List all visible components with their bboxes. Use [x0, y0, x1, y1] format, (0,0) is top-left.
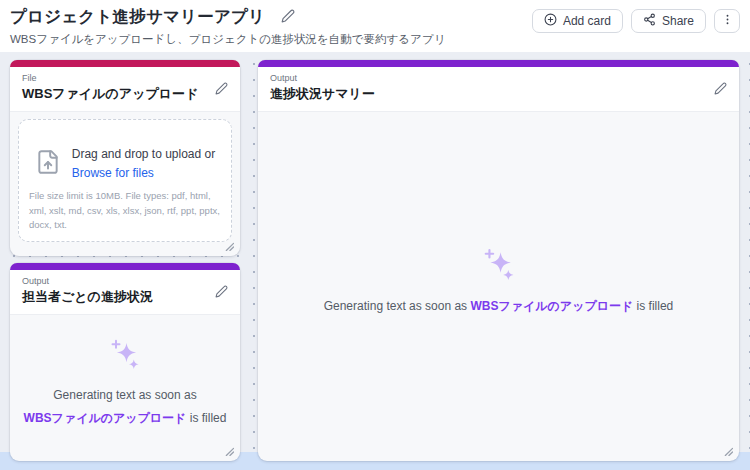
generating-text-line2: WBSファイルのアップロード is filled: [24, 409, 227, 428]
file-restrictions-text: File size limit is 10MB. File types: pdf…: [29, 189, 221, 232]
generating-text: Generating text as soon as WBSファイルのアップロー…: [324, 297, 674, 316]
pending-output-placeholder: Generating text as soon as WBSファイルのアップロー…: [10, 315, 240, 461]
card-accent-bar: [258, 60, 739, 67]
card-title: 担当者ごとの進捗状況: [22, 288, 228, 306]
generating-text-line1: Generating text as soon as: [53, 386, 196, 405]
share-button[interactable]: Share: [631, 9, 706, 33]
card-accent-bar: [10, 60, 240, 67]
card-header: File WBSファイルのアップロード: [10, 67, 240, 112]
card-header: Output 進捗状況サマリー: [258, 67, 739, 112]
card-accent-bar: [10, 263, 240, 270]
edit-card-button[interactable]: [213, 80, 230, 100]
share-icon: [643, 13, 656, 29]
add-card-label: Add card: [563, 14, 611, 28]
add-card-button[interactable]: Add card: [532, 9, 623, 33]
pending-output-placeholder: Generating text as soon as WBSファイルのアップロー…: [258, 112, 739, 461]
source-card-reference: WBSファイルのアップロード: [24, 411, 187, 425]
dropzone-instruction: Drag and drop to upload or: [72, 146, 215, 163]
resize-handle[interactable]: [225, 447, 234, 456]
sparkles-icon: [109, 338, 141, 374]
browse-files-link[interactable]: Browse for files: [72, 166, 154, 180]
share-label: Share: [662, 14, 694, 28]
app-header: プロジェクト進捗サマリーアプリ WBSファイルをアップロードし、プロジェクトの進…: [0, 0, 750, 52]
card-output-summary[interactable]: Output 進捗状況サマリー Generating text as s: [258, 60, 739, 461]
card-title: WBSファイルのアップロード: [22, 85, 228, 103]
card-output-per-assignee[interactable]: Output 担当者ごとの進捗状況 Generating text as: [10, 263, 240, 461]
card-type-label: Output: [270, 73, 727, 83]
card-file-upload[interactable]: File WBSファイルのアップロード Drag and drop to upl…: [10, 60, 240, 256]
pencil-icon: [281, 9, 295, 26]
pencil-icon: [714, 82, 727, 98]
file-upload-icon: [35, 149, 61, 179]
sparkles-icon: [482, 247, 516, 285]
header-actions: Add card Share: [532, 9, 740, 33]
pencil-icon: [215, 285, 228, 301]
card-header: Output 担当者ごとの進捗状況: [10, 270, 240, 315]
source-card-reference: WBSファイルのアップロード: [470, 299, 633, 313]
canvas: File WBSファイルのアップロード Drag and drop to upl…: [0, 52, 750, 470]
pencil-icon: [215, 82, 228, 98]
plus-circle-icon: [544, 13, 557, 29]
more-options-button[interactable]: [714, 9, 740, 33]
card-title: 進捗状況サマリー: [270, 85, 727, 103]
file-dropzone[interactable]: Drag and drop to upload or Browse for fi…: [18, 119, 232, 242]
resize-handle[interactable]: [225, 242, 234, 251]
app-title: プロジェクト進捗サマリーアプリ: [10, 6, 265, 28]
edit-app-title-button[interactable]: [279, 7, 297, 28]
card-type-label: Output: [22, 276, 228, 286]
resize-handle[interactable]: [724, 447, 733, 456]
edit-card-button[interactable]: [213, 283, 230, 303]
card-type-label: File: [22, 73, 228, 83]
kebab-menu-icon: [721, 13, 734, 29]
edit-card-button[interactable]: [712, 80, 729, 100]
app-subtitle: WBSファイルをアップロードし、プロジェクトの進捗状況を自動で要約するアプリ: [10, 32, 740, 47]
